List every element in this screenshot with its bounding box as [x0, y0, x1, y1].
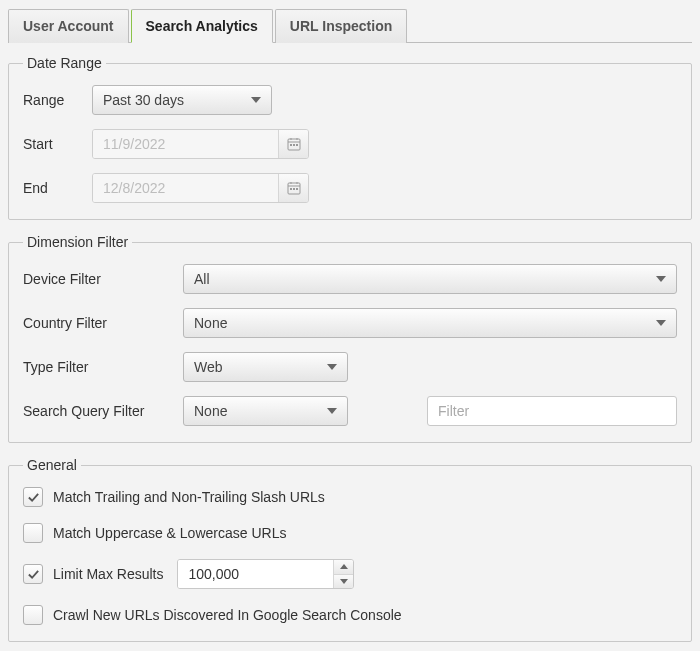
tab-user-account[interactable]: User Account	[8, 9, 129, 43]
calendar-icon	[287, 137, 301, 151]
date-range-legend: Date Range	[23, 55, 106, 71]
svg-rect-12	[293, 188, 295, 190]
svg-rect-13	[296, 188, 298, 190]
calendar-icon	[287, 181, 301, 195]
end-date-field	[92, 173, 309, 203]
limit-max-step-up[interactable]	[334, 560, 353, 575]
match-slash-checkbox[interactable]	[23, 487, 43, 507]
general-group: General Match Trailing and Non-Trailing …	[8, 457, 692, 642]
check-icon	[27, 568, 40, 581]
tab-url-inspection[interactable]: URL Inspection	[275, 9, 407, 43]
triangle-up-icon	[340, 564, 348, 569]
match-slash-label: Match Trailing and Non-Trailing Slash UR…	[53, 489, 325, 505]
chevron-down-icon	[251, 97, 261, 103]
search-query-filter-input[interactable]	[427, 396, 677, 426]
start-date-field	[92, 129, 309, 159]
range-select-value: Past 30 days	[103, 92, 184, 108]
tab-bar: User Account Search Analytics URL Inspec…	[8, 8, 692, 43]
end-date-picker-button[interactable]	[278, 174, 308, 202]
start-label: Start	[23, 136, 78, 152]
svg-rect-5	[293, 144, 295, 146]
limit-max-checkbox[interactable]	[23, 564, 43, 584]
dimension-filter-group: Dimension Filter Device Filter All Count…	[8, 234, 692, 443]
svg-rect-11	[290, 188, 292, 190]
search-query-filter-label: Search Query Filter	[23, 403, 183, 419]
search-query-filter-select[interactable]: None	[183, 396, 348, 426]
start-date-picker-button[interactable]	[278, 130, 308, 158]
svg-rect-6	[296, 144, 298, 146]
type-filter-value: Web	[194, 359, 223, 375]
chevron-down-icon	[656, 320, 666, 326]
triangle-down-icon	[340, 579, 348, 584]
type-filter-select[interactable]: Web	[183, 352, 348, 382]
general-legend: General	[23, 457, 81, 473]
tab-label: Search Analytics	[146, 18, 258, 34]
check-icon	[27, 491, 40, 504]
tab-label: URL Inspection	[290, 18, 392, 34]
tab-search-analytics[interactable]: Search Analytics	[131, 9, 273, 43]
crawl-new-label: Crawl New URLs Discovered In Google Sear…	[53, 607, 402, 623]
tab-label: User Account	[23, 18, 114, 34]
date-range-group: Date Range Range Past 30 days Start	[8, 55, 692, 220]
range-select[interactable]: Past 30 days	[92, 85, 272, 115]
match-case-checkbox[interactable]	[23, 523, 43, 543]
type-filter-label: Type Filter	[23, 359, 183, 375]
chevron-down-icon	[327, 408, 337, 414]
match-case-label: Match Uppercase & Lowercase URLs	[53, 525, 286, 541]
start-date-input[interactable]	[93, 130, 278, 158]
device-filter-label: Device Filter	[23, 271, 183, 287]
device-filter-select[interactable]: All	[183, 264, 677, 294]
search-query-filter-value: None	[194, 403, 227, 419]
limit-max-spinner	[177, 559, 354, 589]
limit-max-step-down[interactable]	[334, 575, 353, 589]
svg-rect-4	[290, 144, 292, 146]
country-filter-label: Country Filter	[23, 315, 183, 331]
limit-max-label: Limit Max Results	[53, 566, 163, 582]
crawl-new-checkbox[interactable]	[23, 605, 43, 625]
end-label: End	[23, 180, 78, 196]
end-date-input[interactable]	[93, 174, 278, 202]
chevron-down-icon	[327, 364, 337, 370]
chevron-down-icon	[656, 276, 666, 282]
country-filter-select[interactable]: None	[183, 308, 677, 338]
country-filter-value: None	[194, 315, 227, 331]
dimension-filter-legend: Dimension Filter	[23, 234, 132, 250]
range-label: Range	[23, 92, 78, 108]
limit-max-input[interactable]	[178, 560, 333, 588]
device-filter-value: All	[194, 271, 210, 287]
